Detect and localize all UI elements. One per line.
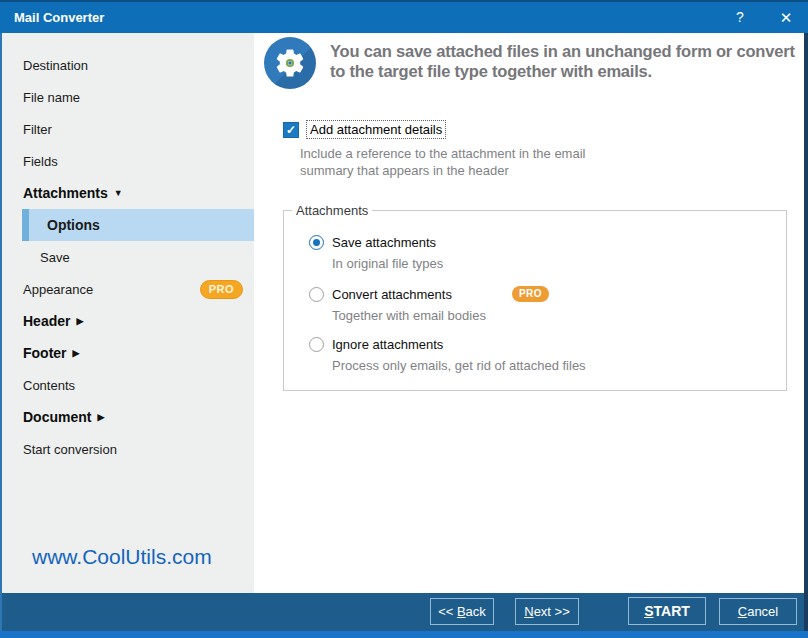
- radio-description: Together with email bodies: [332, 308, 549, 323]
- pro-badge: PRO: [512, 286, 549, 302]
- button-text: ack: [466, 604, 486, 619]
- option-head: Save attachments: [309, 235, 443, 250]
- button-text: ext >>: [534, 604, 570, 619]
- sidebar-item-contents[interactable]: Contents: [2, 369, 254, 401]
- window-border-right: [804, 33, 808, 638]
- chevron-right-icon: ▶: [73, 348, 80, 358]
- sidebar-item-label: Footer: [23, 345, 67, 361]
- sidebar-item-filter[interactable]: Filter: [2, 113, 254, 145]
- sidebar-item-save[interactable]: Save: [2, 241, 254, 273]
- button-text: S: [644, 603, 653, 619]
- attachment-details-row: ✓ Add attachment details: [283, 120, 446, 139]
- add-attachment-details-checkbox[interactable]: ✓: [283, 122, 299, 138]
- button-text: B: [457, 604, 466, 619]
- radio-label[interactable]: Save attachments: [332, 235, 436, 250]
- chevron-right-icon: ▶: [76, 316, 83, 326]
- back-button[interactable]: << Back: [430, 598, 494, 625]
- option-head: Convert attachments PRO: [309, 286, 549, 302]
- sidebar: Destination File name Filter Fields Atta…: [2, 33, 254, 593]
- next-button[interactable]: Next >>: [515, 598, 579, 625]
- start-button[interactable]: START: [628, 597, 706, 625]
- option-ignore-attachments: Ignore attachments Process only emails, …: [309, 337, 586, 373]
- chevron-down-icon: ▼: [114, 188, 123, 198]
- help-icon[interactable]: ?: [729, 2, 751, 33]
- button-text: ancel: [747, 604, 778, 619]
- sidebar-item-start-conversion[interactable]: Start conversion: [2, 433, 254, 465]
- sidebar-item-appearance[interactable]: Appearance PRO: [2, 273, 254, 305]
- button-text: <<: [438, 604, 457, 619]
- sidebar-item-attachments[interactable]: Attachments ▼: [2, 177, 254, 209]
- radio-description: In original file types: [332, 256, 443, 271]
- groupbox-title: Attachments: [292, 203, 372, 218]
- attachments-groupbox: Attachments Save attachments In original…: [283, 210, 787, 391]
- button-text: N: [524, 604, 533, 619]
- convert-attachments-radio[interactable]: [309, 287, 324, 302]
- pro-badge: PRO: [200, 280, 243, 299]
- option-head: Ignore attachments: [309, 337, 586, 352]
- page-description: You can save attached files in an unchan…: [330, 41, 808, 81]
- radio-label[interactable]: Convert attachments: [332, 287, 452, 302]
- sidebar-item-label: File name: [23, 90, 80, 105]
- option-convert-attachments: Convert attachments PRO Together with em…: [309, 286, 549, 323]
- ignore-attachments-radio[interactable]: [309, 337, 324, 352]
- sidebar-item-fields[interactable]: Fields: [2, 145, 254, 177]
- main-panel: You can save attached files in an unchan…: [254, 33, 804, 593]
- close-icon[interactable]: ✕: [775, 2, 797, 33]
- radio-label[interactable]: Ignore attachments: [332, 337, 443, 352]
- button-text: TART: [654, 603, 690, 619]
- sidebar-item-label: Fields: [23, 154, 58, 169]
- save-attachments-radio[interactable]: [309, 235, 324, 250]
- sidebar-item-label: Appearance: [23, 282, 93, 297]
- footer-bar: << Back Next >> START Cancel: [2, 593, 804, 631]
- radio-description: Process only emails, get rid of attached…: [332, 358, 586, 373]
- sidebar-item-label: Document: [23, 409, 91, 425]
- sidebar-item-footer[interactable]: Footer ▶: [2, 337, 254, 369]
- window-border-left: [0, 33, 2, 638]
- attachment-details-description: Include a reference to the attachment in…: [300, 145, 612, 179]
- sidebar-item-label: Destination: [23, 58, 88, 73]
- window-border-bottom: [0, 631, 808, 638]
- sidebar-item-file-name[interactable]: File name: [2, 81, 254, 113]
- sidebar-item-label: Save: [40, 250, 70, 265]
- sidebar-item-label: Header: [23, 313, 70, 329]
- button-text: C: [738, 604, 747, 619]
- sidebar-item-header[interactable]: Header ▶: [2, 305, 254, 337]
- sidebar-item-label: Options: [47, 217, 100, 233]
- sidebar-item-label: Filter: [23, 122, 52, 137]
- cancel-button[interactable]: Cancel: [719, 598, 797, 625]
- title-bar: Mail Converter ? ✕: [0, 0, 808, 33]
- window-title: Mail Converter: [14, 2, 104, 33]
- option-save-attachments: Save attachments In original file types: [309, 235, 443, 271]
- sidebar-item-options[interactable]: Options: [22, 209, 254, 241]
- chevron-right-icon: ▶: [97, 412, 104, 422]
- sidebar-item-label: Attachments: [23, 185, 108, 201]
- sidebar-item-document[interactable]: Document ▶: [2, 401, 254, 433]
- sidebar-item-label: Start conversion: [23, 442, 117, 457]
- add-attachment-details-label[interactable]: Add attachment details: [306, 120, 446, 139]
- coolutils-link[interactable]: www.CoolUtils.com: [32, 545, 212, 569]
- sidebar-item-destination[interactable]: Destination: [2, 49, 254, 81]
- gear-icon: [264, 37, 316, 89]
- sidebar-item-label: Contents: [23, 378, 75, 393]
- app-window: Mail Converter ? ✕ Destination File name…: [0, 0, 808, 638]
